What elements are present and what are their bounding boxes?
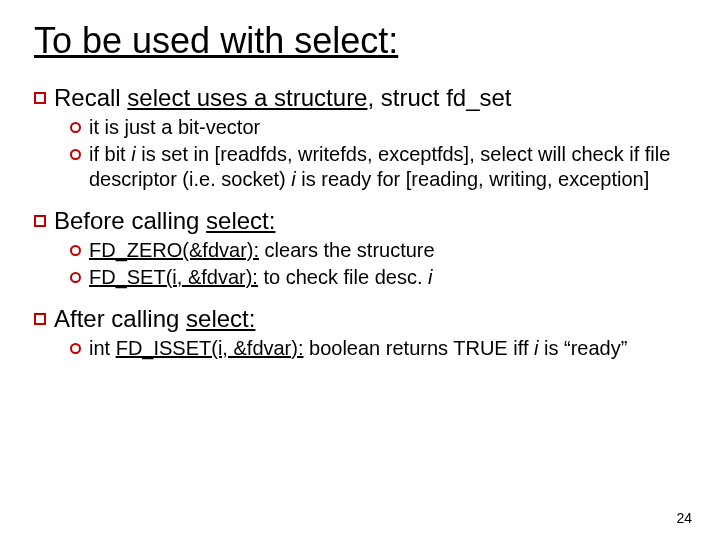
subbullet-text: FD_SET(i, &fdvar): to check file desc. i xyxy=(89,265,686,290)
slide: To be used with select: Recall select us… xyxy=(0,0,720,540)
text: is ready for [reading, writing, exceptio… xyxy=(296,168,650,190)
subbullet-text: if bit i is set in [readfds, writefds, e… xyxy=(89,142,686,192)
code-underline: FD_ZERO(&fdvar): xyxy=(89,239,259,261)
text: int xyxy=(89,337,116,359)
circle-bullet-icon xyxy=(70,122,81,133)
square-bullet-icon xyxy=(34,313,46,325)
subbullet-text: it is just a bit-vector xyxy=(89,115,686,140)
bullet-before: Before calling select: xyxy=(34,206,686,236)
page-number: 24 xyxy=(676,510,692,526)
text: Before calling xyxy=(54,207,206,234)
square-bullet-icon xyxy=(34,92,46,104)
bullet-recall-text: Recall select uses a structure, struct f… xyxy=(54,83,686,113)
text-underline: select uses a structure xyxy=(127,84,367,111)
text: is “ready” xyxy=(538,337,627,359)
circle-bullet-icon xyxy=(70,245,81,256)
subbullet-bit-i: if bit i is set in [readfds, writefds, e… xyxy=(70,142,686,192)
code-underline: FD_SET(i, &fdvar): xyxy=(89,266,258,288)
bullet-recall: Recall select uses a structure, struct f… xyxy=(34,83,686,113)
text: After calling xyxy=(54,305,186,332)
square-bullet-icon xyxy=(34,215,46,227)
code-underline: FD_ISSET(i, &fdvar): xyxy=(116,337,304,359)
text: boolean returns TRUE iff xyxy=(304,337,535,359)
circle-bullet-icon xyxy=(70,149,81,160)
var-i: i xyxy=(428,266,432,288)
circle-bullet-icon xyxy=(70,272,81,283)
subbullet-fdisset: int FD_ISSET(i, &fdvar): boolean returns… xyxy=(70,336,686,361)
text: Recall xyxy=(54,84,127,111)
text: , struct fd_set xyxy=(367,84,511,111)
slide-title: To be used with select: xyxy=(34,18,686,63)
circle-bullet-icon xyxy=(70,343,81,354)
text: clears the structure xyxy=(259,239,435,261)
bullet-after: After calling select: xyxy=(34,304,686,334)
subbullet-fdset: FD_SET(i, &fdvar): to check file desc. i xyxy=(70,265,686,290)
text: if bit xyxy=(89,143,131,165)
text: to check file desc. xyxy=(258,266,428,288)
subbullet-bitvector: it is just a bit-vector xyxy=(70,115,686,140)
bullet-after-text: After calling select: xyxy=(54,304,686,334)
bullet-before-text: Before calling select: xyxy=(54,206,686,236)
subbullet-fdzero: FD_ZERO(&fdvar): clears the structure xyxy=(70,238,686,263)
subbullet-text: int FD_ISSET(i, &fdvar): boolean returns… xyxy=(89,336,686,361)
text-underline: select: xyxy=(206,207,275,234)
text-underline: select: xyxy=(186,305,255,332)
subbullet-text: FD_ZERO(&fdvar): clears the structure xyxy=(89,238,686,263)
